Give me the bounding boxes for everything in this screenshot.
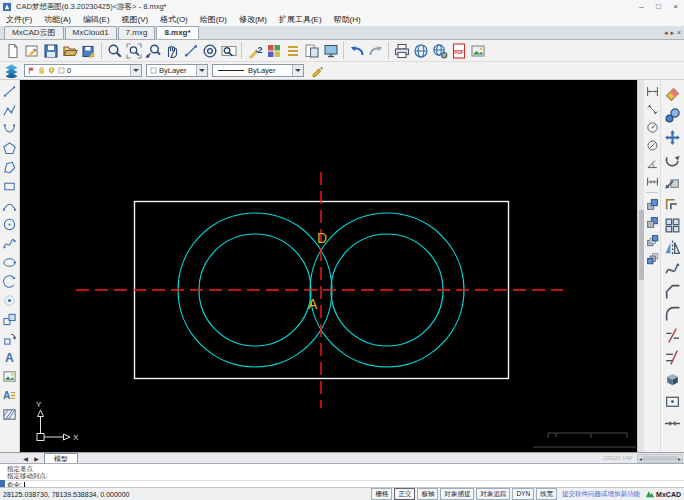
- save-button[interactable]: [41, 41, 60, 60]
- layout-prev-icon[interactable]: ◀: [20, 455, 31, 462]
- explode-button[interactable]: [662, 368, 683, 390]
- block-rotate-button[interactable]: [1, 329, 19, 348]
- dim-linear-button[interactable]: [645, 82, 660, 100]
- linetype-combo[interactable]: ByLayer: [212, 64, 304, 77]
- tab-scroll-right-icon[interactable]: ▸: [670, 29, 674, 37]
- extend-button[interactable]: [662, 346, 683, 368]
- order-down-button[interactable]: [645, 249, 660, 267]
- insert-block-button[interactable]: [1, 310, 19, 329]
- web-button[interactable]: [411, 41, 430, 60]
- find-button[interactable]: [219, 41, 238, 60]
- open-button[interactable]: [60, 41, 79, 60]
- palette-button[interactable]: [264, 41, 283, 60]
- order-front-button[interactable]: [645, 195, 660, 213]
- toggle-dyn[interactable]: DYN: [512, 488, 534, 500]
- draw-polyline-button[interactable]: [1, 101, 19, 120]
- move-button[interactable]: [662, 126, 683, 148]
- order-back-button[interactable]: [645, 213, 660, 231]
- menu-express-tools[interactable]: 扩展工具(E): [273, 13, 328, 26]
- vertical-scrollbar[interactable]: [637, 80, 644, 452]
- draw-line-button[interactable]: [1, 82, 19, 101]
- toggle-osnap[interactable]: 对象捕捉: [440, 488, 474, 500]
- draw-rect-button[interactable]: [1, 177, 19, 196]
- export-pdf-button[interactable]: PDF: [449, 41, 468, 60]
- text-list-button[interactable]: [283, 41, 302, 60]
- match-properties-button[interactable]: [308, 62, 325, 79]
- spline-edit-button[interactable]: [662, 258, 683, 280]
- redo-button[interactable]: [366, 41, 385, 60]
- draw-arc-cse-button[interactable]: [1, 272, 19, 291]
- layout-next-icon[interactable]: ▶: [31, 455, 42, 462]
- rotate-button[interactable]: [662, 148, 683, 170]
- dim-aligned-button[interactable]: [645, 100, 660, 118]
- layer-manager-button[interactable]: [3, 62, 20, 79]
- draw-mtext-button[interactable]: A: [1, 386, 19, 405]
- horizontal-scrollbar-thumb[interactable]: [643, 456, 677, 461]
- layer-combo[interactable]: 0: [24, 64, 142, 77]
- draw-ellipse-button[interactable]: [1, 253, 19, 272]
- menu-help[interactable]: 帮助(H): [328, 13, 367, 26]
- menu-modify[interactable]: 修改(M): [233, 13, 273, 26]
- dim-edit-button[interactable]: [645, 172, 660, 190]
- tab-file-8[interactable]: 8.mxg*: [156, 26, 198, 39]
- horizontal-scrollbar[interactable]: ◂ ▸: [637, 454, 683, 463]
- draw-point-button[interactable]: [1, 291, 19, 310]
- draw-circle-button[interactable]: [1, 215, 19, 234]
- boundary-button[interactable]: [662, 390, 683, 412]
- undo-button[interactable]: [347, 41, 366, 60]
- zoom-in-button[interactable]: [105, 41, 124, 60]
- hscroll-left-icon[interactable]: ◂: [639, 455, 642, 462]
- web-settings-button[interactable]: [430, 41, 449, 60]
- fillet-button[interactable]: [662, 302, 683, 324]
- zoom-object-button[interactable]: [200, 41, 219, 60]
- draw-arc-button[interactable]: [1, 120, 19, 139]
- menu-format[interactable]: 格式(O): [154, 13, 194, 26]
- color-combo[interactable]: ByLayer: [146, 64, 208, 77]
- vertical-scrollbar-thumb[interactable]: [639, 210, 644, 280]
- new-file-button[interactable]: [3, 41, 22, 60]
- erase-button[interactable]: [662, 82, 683, 104]
- maximize-button[interactable]: □: [650, 1, 667, 13]
- tab-mxcloud1[interactable]: MxCloud1: [65, 26, 117, 39]
- dim-diameter-button[interactable]: [645, 136, 660, 154]
- draw-image-button[interactable]: [1, 367, 19, 386]
- draw-spline-button[interactable]: [1, 234, 19, 253]
- model-tab[interactable]: 模型: [44, 453, 78, 464]
- hscroll-right-icon[interactable]: ▸: [678, 455, 681, 462]
- join-button[interactable]: [662, 412, 683, 434]
- tab-close-icon[interactable]: ×: [677, 29, 681, 37]
- order-up-button[interactable]: [645, 231, 660, 249]
- scale-button[interactable]: [662, 170, 683, 192]
- measure-button[interactable]: [181, 41, 200, 60]
- linetype-combo-arrow-icon[interactable]: [292, 65, 303, 76]
- draw2-button[interactable]: 2: [245, 41, 264, 60]
- menu-draw[interactable]: 绘图(D): [194, 13, 233, 26]
- drawing-canvas[interactable]: D A Y X: [20, 80, 637, 452]
- offset-button[interactable]: [662, 192, 683, 214]
- toggle-polar[interactable]: 极轴: [417, 488, 438, 500]
- print-button[interactable]: [392, 41, 411, 60]
- draw-hatch-button[interactable]: [1, 405, 19, 424]
- toggle-ortho[interactable]: 正交: [394, 488, 415, 500]
- layer-combo-arrow-icon[interactable]: [130, 65, 141, 76]
- draw-polygon2-button[interactable]: [1, 158, 19, 177]
- command-window[interactable]: 指定基点 指定移动到点: 命令:: [0, 463, 684, 487]
- color-combo-arrow-icon[interactable]: [196, 65, 207, 76]
- sketchpad-button[interactable]: [22, 41, 41, 60]
- minimize-button[interactable]: –: [633, 1, 650, 13]
- save-as-button[interactable]: [79, 41, 98, 60]
- dim-angular-button[interactable]: [645, 154, 660, 172]
- toggle-lineweight[interactable]: 线宽: [536, 488, 557, 500]
- feedback-link[interactable]: 提交软件问题或增加新功能: [562, 490, 640, 499]
- menu-file[interactable]: 文件(F): [0, 13, 38, 26]
- zoom-scale-button[interactable]: [143, 41, 162, 60]
- draw-text-button[interactable]: A: [1, 348, 19, 367]
- tab-scroll-left-icon[interactable]: ◂: [664, 29, 668, 37]
- pan-button[interactable]: [162, 41, 181, 60]
- trim-button[interactable]: [662, 324, 683, 346]
- tab-mxcad-cloud[interactable]: MxCAD云图: [4, 26, 64, 39]
- copy-button[interactable]: [662, 104, 683, 126]
- menu-edit[interactable]: 编辑(E): [77, 13, 116, 26]
- zoom-window-button[interactable]: [124, 41, 143, 60]
- menu-features[interactable]: 功能(A): [38, 13, 77, 26]
